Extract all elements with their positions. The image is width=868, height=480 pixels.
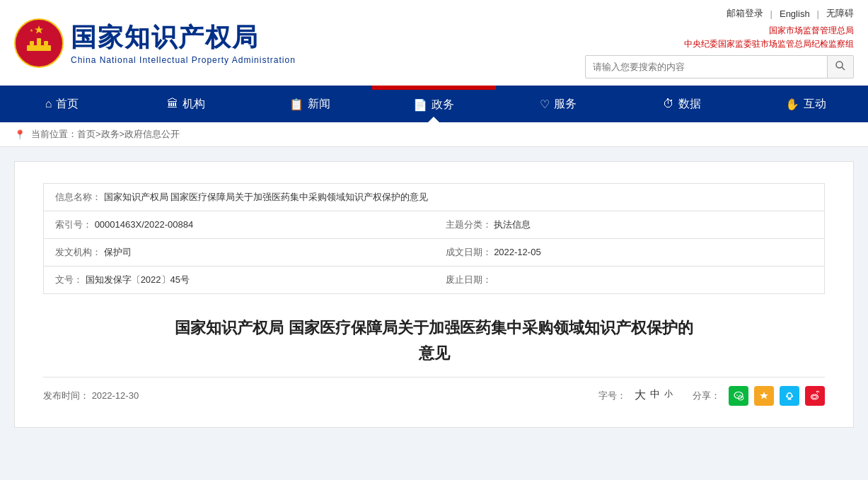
logo-emblem: [14, 18, 64, 68]
main-content: 信息名称： 国家知识产权局 国家医疗保障局关于加强医药集中采购领域知识产权保护的…: [0, 147, 868, 441]
divider1: |: [770, 8, 772, 19]
search-bar: [585, 55, 854, 78]
org-value: 保护司: [104, 247, 132, 257]
header: 国家知识产权局 China National Intellectual Prop…: [0, 0, 868, 86]
share-favorites-button[interactable]: [754, 386, 774, 406]
info-docnum-cell: 文号： 国知发保字〔2022〕45号: [44, 267, 434, 293]
wechat-icon: [733, 390, 744, 402]
breadcrumb-text: 当前位置：首页>政务>政府信息公开: [31, 128, 180, 141]
email-login-link[interactable]: 邮箱登录: [727, 7, 763, 20]
share-weibo-button[interactable]: [805, 386, 825, 406]
info-index-cell: 索引号： 00001463X/2022-00884: [44, 211, 434, 238]
interact-icon: ✋: [785, 98, 799, 111]
date-value: 2022-12-05: [494, 247, 541, 257]
logo-en-text: China National Intellectual Property Adm…: [71, 55, 296, 65]
share-wechat-button[interactable]: [729, 386, 748, 406]
logo-text-area: 国家知识产权局 China National Intellectual Prop…: [71, 21, 296, 65]
info-name-label: 信息名称：: [55, 192, 101, 202]
nav-label-gov: 政务: [432, 98, 454, 112]
svg-point-21: [792, 395, 793, 397]
nav-item-service[interactable]: ♡ 服务: [496, 86, 620, 122]
font-large-btn[interactable]: 大: [635, 388, 646, 403]
weibo-icon: [809, 390, 821, 402]
nav-item-interact[interactable]: ✋ 互动: [744, 86, 868, 122]
expire-label: 废止日期：: [446, 274, 492, 285]
index-label: 索引号：: [55, 219, 92, 230]
info-row-index: 索引号： 00001463X/2022-00884 主题分类： 执法信息: [44, 211, 824, 239]
svg-rect-2: [27, 45, 51, 51]
gov-icon: 📄: [413, 98, 427, 112]
data-icon: ⏱: [663, 98, 674, 110]
share-label: 分享：: [693, 390, 720, 402]
article-title-text: 国家知识产权局 国家医疗保障局关于加强医药集中采购领域知识产权保护的: [175, 319, 693, 336]
location-icon: 📍: [14, 129, 25, 140]
home-icon: ⌂: [45, 98, 52, 110]
svg-point-14: [739, 397, 740, 398]
logo-cn-text: 国家知识产权局: [71, 21, 296, 55]
svg-point-18: [788, 393, 792, 397]
nav-item-data[interactable]: ⏱ 数据: [620, 86, 743, 122]
institution-icon: 🏛: [167, 98, 178, 110]
info-row-org: 发文机构： 保护司 成文日期： 2022-12-05: [44, 239, 824, 267]
article-title-text2: 意见: [419, 344, 450, 362]
org-label: 发文机构：: [55, 247, 101, 257]
content-card: 信息名称： 国家知识产权局 国家医疗保障局关于加强医药集中采购领域知识产权保护的…: [14, 161, 854, 427]
ministry-link2[interactable]: 中央纪委国家监委驻市场监管总局纪检监察组: [684, 37, 854, 51]
info-table: 信息名称： 国家知识产权局 国家医疗保障局关于加强医药集中采购领域知识产权保护的…: [43, 183, 825, 294]
doc-num-label: 文号：: [55, 274, 83, 285]
svg-rect-4: [37, 38, 41, 45]
info-topic-cell: 主题分类： 执法信息: [434, 211, 825, 238]
doc-num-value: 国知发保字〔2022〕45号: [86, 274, 190, 285]
nav-label-data: 数据: [678, 97, 701, 112]
nav-item-home[interactable]: ⌂ 首页: [0, 86, 124, 122]
news-icon: 📋: [289, 98, 303, 111]
ministry-links: 国家市场监督管理总局 中央纪委国家监委驻市场监管总局纪检监察组: [684, 24, 854, 51]
share-icons: [729, 386, 825, 406]
nav-item-gov[interactable]: 📄 政务: [372, 86, 496, 122]
font-small-btn[interactable]: 小: [664, 388, 673, 403]
article-meta: 发布时间： 2022-12-30 字号： 大 中 小 分享：: [43, 377, 825, 406]
svg-line-9: [842, 67, 845, 70]
meta-left: 发布时间： 2022-12-30: [43, 390, 598, 402]
svg-point-20: [786, 395, 787, 397]
nav-label-home: 首页: [56, 97, 79, 112]
publish-time-label: 发布时间：: [43, 390, 89, 401]
publish-time-value: 2022-12-30: [92, 390, 139, 401]
star-icon: [759, 391, 769, 401]
english-link[interactable]: English: [780, 8, 810, 19]
svg-point-10: [734, 392, 743, 398]
top-links: 邮箱登录 | English | 无障碍: [727, 7, 854, 20]
font-medium-btn[interactable]: 中: [650, 388, 660, 403]
svg-point-15: [741, 397, 741, 398]
nav-item-institution[interactable]: 🏛 机构: [124, 86, 248, 122]
search-icon: [835, 60, 846, 71]
svg-point-24: [817, 393, 818, 394]
nav-label-interact: 互动: [804, 97, 826, 112]
index-value: 00001463X/2022-00884: [95, 219, 194, 230]
font-size-controls: 大 中 小: [635, 388, 673, 403]
date-label: 成文日期：: [446, 247, 492, 257]
qq-icon: [785, 391, 794, 401]
nav-label-institution: 机构: [183, 97, 205, 112]
info-name-cell: 信息名称： 国家知识产权局 国家医疗保障局关于加强医药集中采购领域知识产权保护的…: [44, 184, 824, 211]
ministry-link1[interactable]: 国家市场监督管理总局: [769, 24, 854, 37]
article-title: 国家知识产权局 国家医疗保障局关于加强医药集中采购领域知识产权保护的 意见: [43, 315, 825, 365]
svg-rect-19: [788, 399, 792, 400]
svg-point-11: [736, 394, 738, 396]
svg-rect-3: [30, 41, 34, 45]
topic-value: 执法信息: [494, 219, 531, 230]
share-qq-button[interactable]: [780, 386, 799, 406]
nav-item-news[interactable]: 📋 新闻: [248, 86, 372, 122]
info-expire-cell: 废止日期：: [434, 267, 825, 293]
search-button[interactable]: [827, 56, 853, 78]
service-icon: ♡: [540, 98, 550, 111]
svg-point-23: [813, 395, 817, 398]
nav-label-service: 服务: [554, 97, 577, 112]
logo-area: 国家知识产权局 China National Intellectual Prop…: [14, 18, 296, 68]
search-input[interactable]: [586, 57, 827, 76]
meta-right: 字号： 大 中 小 分享：: [598, 386, 825, 406]
svg-marker-16: [760, 392, 768, 399]
main-nav: ⌂ 首页 🏛 机构 📋 新闻 📄 政务 ♡ 服务 ⏱ 数据 ✋ 互动: [0, 86, 868, 122]
accessible-link[interactable]: 无障碍: [826, 7, 854, 20]
info-date-cell: 成文日期： 2022-12-05: [434, 239, 825, 266]
